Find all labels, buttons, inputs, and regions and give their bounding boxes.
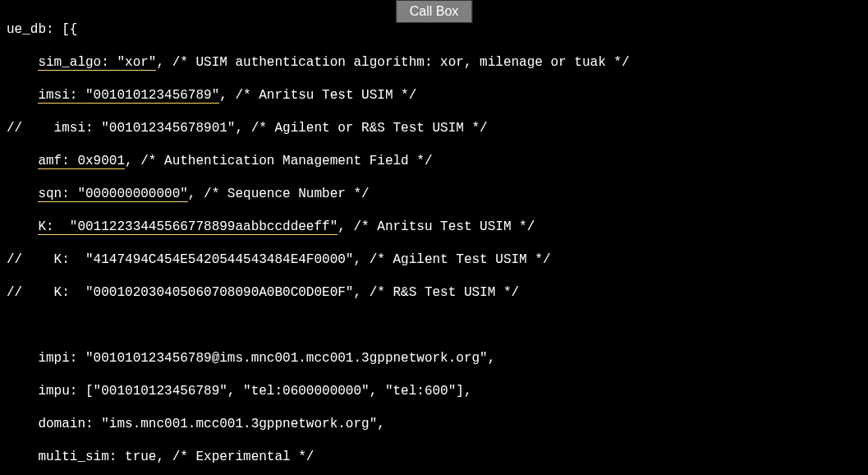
highlight-imsi: imsi: "001010123456789" (38, 88, 219, 104)
code-line: ue_db: [{ (7, 21, 861, 38)
code-rest: , /* USIM authentication algorithm: xor,… (156, 55, 629, 70)
highlight-sqn: sqn: "000000000000" (38, 187, 187, 202)
highlight-amf: amf: 0x9001 (38, 154, 125, 169)
code-rest: , /* Sequence Number */ (188, 187, 370, 201)
highlight-k: K: "00112233445566778899aabbccddeeff" (38, 219, 338, 235)
code-line: K: "00112233445566778899aabbccddeeff", /… (7, 219, 861, 235)
code-rest: , /* Anritsu Test USIM */ (219, 88, 416, 103)
header-box: Call Box (396, 0, 473, 23)
code-line: // K: "000102030405060708090A0B0C0D0E0F"… (7, 284, 861, 301)
code-rest: , /* Authentication Management Field */ (125, 154, 432, 168)
header-title: Call Box (410, 4, 459, 18)
code-line: impi: "001010123456789@ims.mnc001.mcc001… (7, 350, 861, 367)
code-line: imsi: "001010123456789", /* Anritsu Test… (7, 87, 861, 104)
code-line: impu: ["001010123456789", "tel:060000000… (7, 383, 861, 399)
code-rest: , /* Anritsu Test USIM */ (338, 219, 535, 234)
highlight-sim-algo: sim_algo: "xor" (38, 55, 156, 71)
code-line: sqn: "000000000000", /* Sequence Number … (7, 186, 861, 202)
code-container: ue_db: [{ sim_algo: "xor", /* USIM authe… (0, 0, 868, 475)
code-line: sim_algo: "xor", /* USIM authentication … (7, 54, 861, 71)
code-line: // K: "4147494C454E5420544543484E4F0000"… (7, 251, 861, 268)
code-line: multi_sim: true, /* Experimental */ (7, 449, 861, 465)
code-line (7, 317, 861, 334)
code-line: amf: 0x9001, /* Authentication Managemen… (7, 153, 861, 169)
code-line: domain: "ims.mnc001.mcc001.3gppnetwork.o… (7, 416, 861, 432)
code-line: // imsi: "001012345678901", /* Agilent o… (7, 120, 861, 136)
